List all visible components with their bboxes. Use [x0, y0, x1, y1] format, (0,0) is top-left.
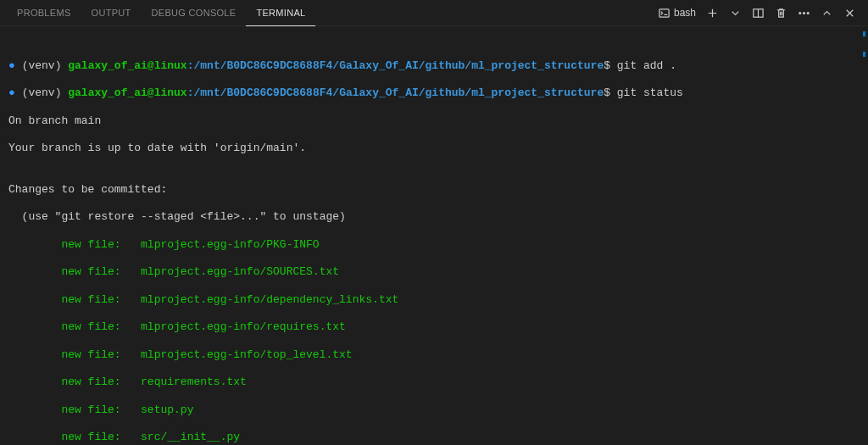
- tab-output[interactable]: OUTPUT: [81, 0, 142, 25]
- dirty-indicator-icon: ●: [8, 59, 15, 72]
- dirty-indicator-icon: ●: [8, 86, 15, 99]
- svg-point-3: [804, 12, 805, 14]
- svg-rect-0: [659, 8, 669, 16]
- chevron-down-icon: [729, 7, 742, 19]
- panel-tab-bar: PROBLEMS OUTPUT DEBUG CONSOLE TERMINAL b…: [0, 0, 868, 26]
- split-icon: [752, 7, 765, 19]
- close-icon: [843, 7, 856, 19]
- staged-file: mlproject.egg-info/top_level.txt: [141, 348, 353, 361]
- staged-file: mlproject.egg-info/SOURCES.txt: [141, 265, 339, 278]
- panel-container: PROBLEMS OUTPUT DEBUG CONSOLE TERMINAL b…: [0, 0, 868, 445]
- staged-file: mlproject.egg-info/requires.txt: [141, 320, 346, 333]
- terminal-output[interactable]: ● (venv) galaxy_of_ai@linux:/mnt/B0DC86C…: [0, 26, 868, 445]
- more-actions-button[interactable]: [798, 7, 810, 19]
- svg-point-4: [807, 12, 809, 14]
- terminal-dropdown-button[interactable]: [729, 7, 742, 19]
- shell-selector[interactable]: bash: [658, 7, 696, 19]
- terminal-toolbar: bash: [658, 7, 861, 19]
- tab-problems[interactable]: PROBLEMS: [7, 0, 81, 25]
- chevron-up-icon: [821, 7, 833, 19]
- staged-file: mlproject.egg-info/PKG-INFO: [141, 238, 320, 251]
- output-line: (use "git restore --staged <file>..." to…: [8, 210, 860, 224]
- cmd-git-status: git status: [617, 86, 683, 99]
- tab-debug-console[interactable]: DEBUG CONSOLE: [142, 0, 247, 25]
- shell-name: bash: [674, 7, 696, 19]
- kill-terminal-button[interactable]: [775, 7, 787, 19]
- new-terminal-button[interactable]: [706, 7, 719, 19]
- prompt-path: /mnt/B0DC86C9DC8688F4/Galaxy_Of_AI/githu…: [194, 59, 604, 72]
- cmd-git-add: git add .: [617, 59, 676, 72]
- venv-label: (venv): [22, 59, 62, 72]
- prompt-user: galaxy_of_ai@linux: [68, 59, 186, 72]
- staged-file: mlproject.egg-info/dependency_links.txt: [141, 293, 398, 306]
- maximize-panel-button[interactable]: [821, 7, 833, 19]
- split-terminal-button[interactable]: [752, 7, 765, 19]
- scroll-indicator: [863, 31, 866, 57]
- terminal-profile-icon: [658, 7, 670, 19]
- plus-icon: [706, 7, 719, 19]
- svg-point-2: [799, 12, 801, 14]
- output-line: Changes to be committed:: [8, 183, 860, 197]
- staged-file: src/__init__.py: [141, 431, 240, 443]
- trash-icon: [775, 7, 787, 19]
- tab-terminal[interactable]: TERMINAL: [246, 0, 315, 26]
- close-panel-button[interactable]: [843, 7, 856, 19]
- output-line: On branch main: [8, 114, 860, 128]
- staged-file: requirements.txt: [141, 375, 247, 388]
- output-line: Your branch is up to date with 'origin/m…: [8, 142, 860, 155]
- ellipsis-icon: [798, 7, 810, 19]
- staged-file: setup.py: [141, 403, 193, 416]
